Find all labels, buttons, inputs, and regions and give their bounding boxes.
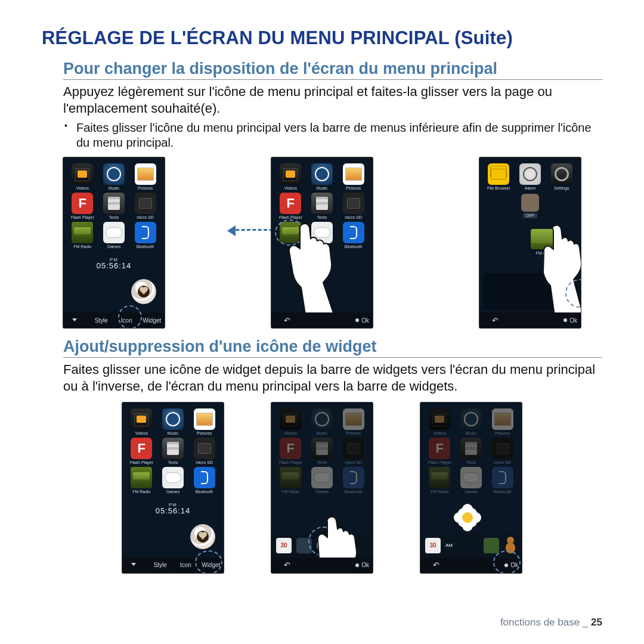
phone-screenshot-5: Videos Music Pictures FFlash Player Text… — [271, 402, 373, 573]
off-badge: OFF — [523, 213, 537, 218]
section1-body: Appuyez légèrement sur l'icône de menu p… — [63, 83, 602, 117]
phone-screenshot-4: Videos Music Pictures FFlash Player Text… — [122, 402, 224, 573]
page-footer: fonctions de base _ 25 — [500, 617, 602, 628]
flower-widget — [454, 504, 481, 531]
phone-screenshot-3: File Browser Alarm Settings OFF FM Radio… — [479, 157, 581, 328]
back-icon[interactable]: ↶ — [424, 561, 448, 569]
figure-row-2: Videos Music Pictures FFlash Player Text… — [63, 402, 581, 573]
coffee-widget — [131, 279, 159, 306]
highlight-circle-ok — [493, 550, 521, 573]
radio-widget — [531, 229, 559, 249]
back-icon[interactable]: ↶ — [275, 316, 299, 325]
section2-heading: Ajout/suppression d'une icône de widget — [63, 338, 602, 358]
phone-screenshot-2: Videos Music Pictures FFlash Player Text… — [271, 157, 373, 328]
highlight-circle-widget — [195, 550, 222, 573]
phone-screenshot-6: Videos Music Pictures FFlash Player Text… — [420, 402, 522, 573]
highlight-circle-drag-widget — [308, 527, 338, 556]
back-icon[interactable]: ↶ — [483, 316, 507, 325]
back-icon[interactable]: ↶ — [275, 561, 299, 569]
phone-screenshot-1: Videos Music Pictures FFlash Player Text… — [63, 157, 165, 328]
section2-body: Faites glisser une icône de widget depui… — [63, 361, 602, 395]
highlight-circle-radio — [275, 219, 305, 246]
figure-row-1: Videos Music Pictures FFlash Player Text… — [63, 157, 581, 328]
section1-bullet: Faites glisser l'icône du menu principal… — [63, 120, 602, 150]
page-title: RÉGLAGE DE L'ÉCRAN DU MENU PRINCIPAL (Su… — [42, 27, 602, 49]
section1-heading: Pour changer la disposition de l'écran d… — [63, 60, 602, 80]
highlight-circle-icon — [118, 305, 142, 328]
calendar-widget: 30 — [276, 538, 292, 553]
cat-widget — [521, 194, 539, 212]
